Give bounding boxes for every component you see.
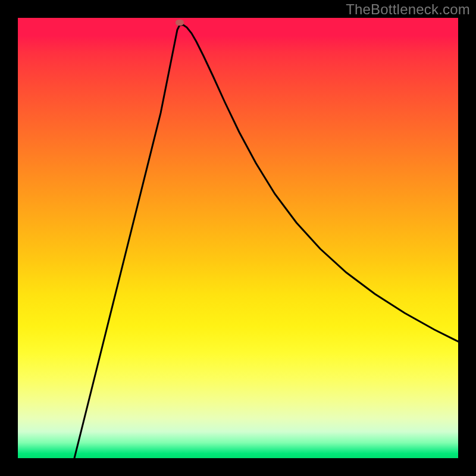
chart-frame: TheBottleneck.com [0, 0, 476, 476]
minimum-marker [176, 20, 184, 26]
watermark-text: TheBottleneck.com [346, 1, 470, 18]
bottleneck-curve-path [74, 25, 458, 458]
curve-svg [18, 18, 458, 458]
plot-area [18, 18, 458, 458]
